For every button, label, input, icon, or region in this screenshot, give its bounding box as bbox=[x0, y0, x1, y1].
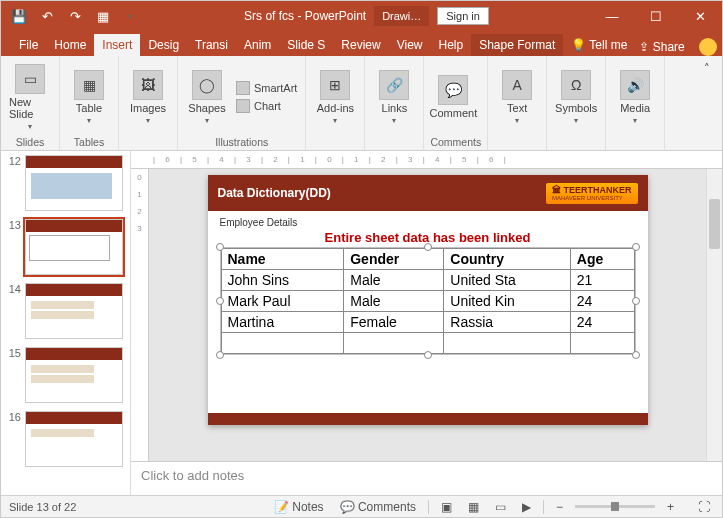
addins-button[interactable]: ⊞ Add-ins ▾ bbox=[312, 60, 358, 134]
smartart-button[interactable]: SmartArt bbox=[234, 80, 299, 96]
images-button[interactable]: 🖼 Images ▾ bbox=[125, 60, 171, 134]
group-label-images bbox=[125, 134, 171, 148]
minimize-button[interactable]: — bbox=[590, 1, 634, 31]
text-label: Text bbox=[507, 102, 527, 114]
media-button[interactable]: 🔊 Media ▾ bbox=[612, 60, 658, 134]
handle-mr[interactable] bbox=[632, 297, 640, 305]
group-symbols: Ω Symbols ▾ bbox=[547, 56, 606, 150]
tab-animations[interactable]: Anim bbox=[236, 34, 279, 56]
text-button[interactable]: A Text ▾ bbox=[494, 60, 540, 134]
handle-tr[interactable] bbox=[632, 243, 640, 251]
table-button[interactable]: ▦ Table ▾ bbox=[66, 60, 112, 134]
redo-icon[interactable]: ↷ bbox=[63, 4, 87, 28]
tab-slideshow[interactable]: Slide S bbox=[279, 34, 333, 56]
emoji-feedback-icon[interactable] bbox=[699, 38, 717, 56]
view-sorter-icon[interactable]: ▦ bbox=[464, 500, 483, 514]
window-controls: — ☐ ✕ bbox=[590, 1, 722, 31]
addins-label: Add-ins bbox=[317, 102, 354, 114]
ruler-vertical[interactable]: 0123 bbox=[131, 169, 149, 461]
slide-footer-bar bbox=[208, 413, 648, 425]
thumb-13[interactable] bbox=[25, 219, 123, 275]
contextual-tab-label: Drawi… bbox=[374, 6, 429, 26]
thumb-14[interactable] bbox=[25, 283, 123, 339]
undo-icon[interactable]: ↶ bbox=[35, 4, 59, 28]
chart-label: Chart bbox=[254, 100, 281, 112]
group-images: 🖼 Images ▾ bbox=[119, 56, 178, 150]
zoom-out-button[interactable]: − bbox=[552, 500, 567, 514]
save-icon[interactable]: 💾 bbox=[7, 4, 31, 28]
lightbulb-icon: 💡 bbox=[571, 38, 586, 52]
view-reading-icon[interactable]: ▭ bbox=[491, 500, 510, 514]
scroll-thumb[interactable] bbox=[709, 199, 720, 249]
table-row: Mark PaulMaleUnited Kin24 bbox=[221, 291, 634, 312]
zoom-slider[interactable] bbox=[575, 505, 655, 508]
view-slideshow-icon[interactable]: ▶ bbox=[518, 500, 535, 514]
handle-tm[interactable] bbox=[424, 243, 432, 251]
chart-icon bbox=[236, 99, 250, 113]
shapes-button[interactable]: ◯ Shapes ▾ bbox=[184, 60, 230, 134]
sign-in-button[interactable]: Sign in bbox=[437, 7, 489, 25]
editor-pane: | 6 | 5 | 4 | 3 | 2 | 1 | 0 | 1 | 2 | 3 … bbox=[131, 151, 722, 495]
notes-pane[interactable]: Click to add notes bbox=[131, 461, 722, 495]
selected-object[interactable]: Name Gender Country Age John SinsMaleUni… bbox=[220, 247, 636, 355]
vertical-scrollbar[interactable] bbox=[706, 169, 722, 461]
table-row: MartinaFemaleRassia24 bbox=[221, 312, 634, 333]
tell-me-label: Tell me bbox=[589, 38, 627, 52]
qat-more-icon[interactable]: ▾ bbox=[119, 4, 143, 28]
zoom-in-button[interactable]: + bbox=[663, 500, 678, 514]
notes-toggle[interactable]: 📝 Notes bbox=[270, 500, 328, 514]
tab-review[interactable]: Review bbox=[333, 34, 388, 56]
share-button[interactable]: ⇪ Share bbox=[635, 38, 688, 56]
thumb-num-16: 16 bbox=[5, 411, 21, 423]
handle-bm[interactable] bbox=[424, 351, 432, 359]
ruler-horizontal[interactable]: | 6 | 5 | 4 | 3 | 2 | 1 | 0 | 1 | 2 | 3 … bbox=[131, 151, 722, 169]
data-table: Name Gender Country Age John SinsMaleUni… bbox=[221, 248, 635, 354]
thumb-12[interactable] bbox=[25, 155, 123, 211]
handle-br[interactable] bbox=[632, 351, 640, 359]
shapes-icon: ◯ bbox=[192, 70, 222, 100]
col-name: Name bbox=[221, 249, 344, 270]
start-from-beginning-icon[interactable]: ▦ bbox=[91, 4, 115, 28]
comment-label: Comment bbox=[430, 107, 478, 119]
handle-tl[interactable] bbox=[216, 243, 224, 251]
close-button[interactable]: ✕ bbox=[678, 1, 722, 31]
fit-to-window-icon[interactable]: ⛶ bbox=[694, 500, 714, 514]
table-label: Table bbox=[76, 102, 102, 114]
addins-icon: ⊞ bbox=[320, 70, 350, 100]
symbols-button[interactable]: Ω Symbols ▾ bbox=[553, 60, 599, 134]
tab-transitions[interactable]: Transi bbox=[187, 34, 236, 56]
tab-shape-format[interactable]: Shape Format bbox=[471, 34, 563, 56]
group-links: 🔗 Links ▾ bbox=[365, 56, 424, 150]
comments-toggle[interactable]: 💬 Comments bbox=[336, 500, 420, 514]
tab-insert[interactable]: Insert bbox=[94, 34, 140, 56]
media-icon: 🔊 bbox=[620, 70, 650, 100]
handle-ml[interactable] bbox=[216, 297, 224, 305]
handle-bl[interactable] bbox=[216, 351, 224, 359]
new-slide-button[interactable]: ▭ New Slide ▾ bbox=[7, 60, 53, 134]
symbols-label: Symbols bbox=[555, 102, 597, 114]
thumb-15[interactable] bbox=[25, 347, 123, 403]
maximize-button[interactable]: ☐ bbox=[634, 1, 678, 31]
tab-file[interactable]: File bbox=[11, 34, 46, 56]
tab-view[interactable]: View bbox=[389, 34, 431, 56]
group-media: 🔊 Media ▾ bbox=[606, 56, 665, 150]
tab-help[interactable]: Help bbox=[431, 34, 472, 56]
tab-design[interactable]: Desig bbox=[140, 34, 187, 56]
slide[interactable]: Data Dictionary(DD) 🏛 TEERTHANKERMAHAVEE… bbox=[208, 175, 648, 425]
comment-button[interactable]: 💬 Comment bbox=[430, 60, 476, 134]
thumbnail-pane[interactable]: 12 13 14 15 16 bbox=[1, 151, 131, 495]
slide-header: Data Dictionary(DD) 🏛 TEERTHANKERMAHAVEE… bbox=[208, 175, 648, 211]
thumb-16[interactable] bbox=[25, 411, 123, 467]
slide-canvas[interactable]: Data Dictionary(DD) 🏛 TEERTHANKERMAHAVEE… bbox=[149, 169, 706, 461]
links-button[interactable]: 🔗 Links ▾ bbox=[371, 60, 417, 134]
collapse-ribbon-icon[interactable]: ˄ bbox=[671, 60, 716, 77]
group-comments: 💬 Comment Comments bbox=[424, 56, 488, 150]
view-normal-icon[interactable]: ▣ bbox=[437, 500, 456, 514]
chart-button[interactable]: Chart bbox=[234, 98, 299, 114]
tell-me[interactable]: 💡 Tell me bbox=[563, 34, 635, 56]
col-gender: Gender bbox=[344, 249, 444, 270]
slide-counter[interactable]: Slide 13 of 22 bbox=[9, 501, 76, 513]
tab-home[interactable]: Home bbox=[46, 34, 94, 56]
group-label-addins bbox=[312, 134, 358, 148]
section-title: Employee Details bbox=[220, 217, 636, 228]
